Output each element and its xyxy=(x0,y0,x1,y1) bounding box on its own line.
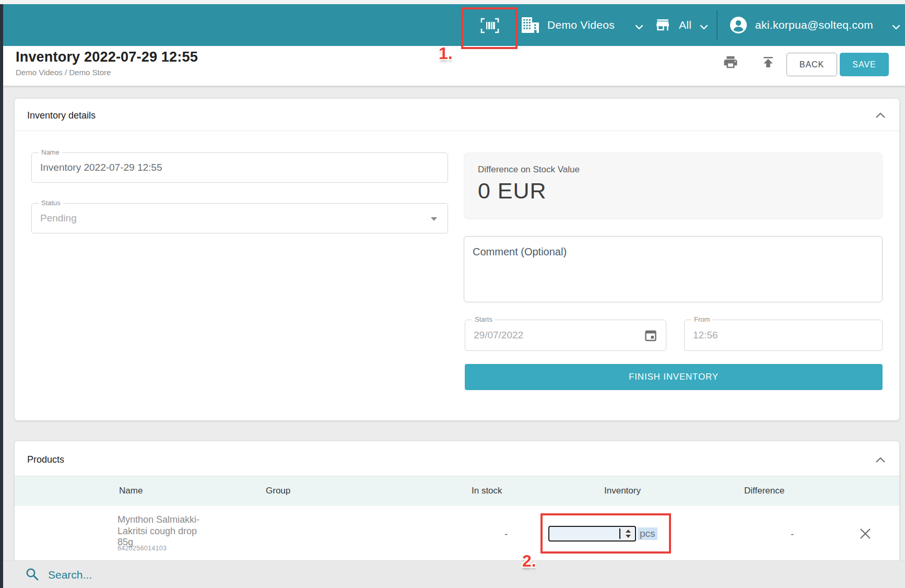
in-stock-value: - xyxy=(504,528,508,540)
starts-date-field[interactable]: Starts 29/07/2022 xyxy=(465,320,666,351)
window-left-strip xyxy=(0,4,3,588)
name-field-label: Name xyxy=(39,148,62,156)
product-search-bar xyxy=(3,560,905,588)
org-selector[interactable]: Demo Videos xyxy=(547,19,615,31)
stock-difference-label: Difference on Stock Value xyxy=(478,164,580,175)
app-screen: Demo Videos All aki.korpua@solteq.com xyxy=(0,0,905,588)
inventory-details-title: Inventory details xyxy=(27,110,96,121)
search-input[interactable] xyxy=(47,566,519,584)
comment-textarea[interactable] xyxy=(464,236,883,302)
inventory-details-card: Inventory details Name Status Pending Di… xyxy=(15,99,899,420)
building-icon[interactable] xyxy=(521,16,540,34)
window-top-strip xyxy=(0,0,905,4)
stock-difference-panel: Difference on Stock Value 0 EUR xyxy=(464,152,883,219)
name-input[interactable] xyxy=(32,153,448,182)
status-dropdown-caret-icon xyxy=(431,217,437,221)
from-time-field[interactable]: From 12:56 xyxy=(684,320,883,351)
remove-row-close-icon[interactable] xyxy=(859,527,872,540)
stepper-down-icon[interactable] xyxy=(626,535,631,538)
appbar-divider xyxy=(716,10,718,40)
breadcrumb: Demo Videos / Demo Store xyxy=(16,68,111,77)
column-header-in-stock: In stock xyxy=(472,486,502,496)
text-cursor xyxy=(619,528,620,539)
column-header-group: Group xyxy=(266,486,290,496)
starts-value: 29/07/2022 xyxy=(465,320,666,350)
status-field-label: Status xyxy=(39,199,63,207)
name-field[interactable]: Name xyxy=(31,152,448,183)
column-header-difference: Difference xyxy=(744,486,784,496)
stepper-up-icon[interactable] xyxy=(626,530,631,533)
upload-icon[interactable] xyxy=(760,54,776,70)
from-value: 12:56 xyxy=(685,320,882,350)
unit-label: pcs xyxy=(638,527,657,540)
collapse-chevron-up-icon[interactable] xyxy=(875,111,886,117)
back-button[interactable]: BACK xyxy=(786,53,837,76)
products-title: Products xyxy=(27,454,64,465)
section-divider xyxy=(15,131,899,131)
user-menu[interactable]: aki.korpua@solteq.com xyxy=(755,19,873,31)
search-icon xyxy=(25,567,40,582)
page-header: Inventory 2022-07-29 12:55 Demo Videos /… xyxy=(3,46,905,86)
product-name: Mynthon Salmiakki-Lakritsi cough drop 85… xyxy=(117,514,210,548)
page-title: Inventory 2022-07-29 12:55 xyxy=(16,49,198,65)
user-chevron-down-icon[interactable] xyxy=(892,22,900,28)
column-header-inventory: Inventory xyxy=(604,486,641,496)
quantity-stepper[interactable] xyxy=(622,527,633,540)
products-table-header: Name Group In stock Inventory Difference xyxy=(15,476,899,506)
products-card: Products Name Group In stock Inventory D… xyxy=(15,441,899,560)
difference-value: - xyxy=(791,528,794,540)
products-collapse-chevron-up-icon[interactable] xyxy=(875,456,886,462)
storefront-icon[interactable] xyxy=(654,18,671,33)
from-field-label: From xyxy=(691,315,712,323)
app-bar: Demo Videos All aki.korpua@solteq.com xyxy=(3,4,905,46)
account-circle-icon[interactable] xyxy=(730,17,747,33)
save-button[interactable]: SAVE xyxy=(840,53,889,76)
org-chevron-down-icon[interactable] xyxy=(635,22,643,28)
store-selector[interactable]: All xyxy=(679,19,691,31)
product-ean: 6420256014103 xyxy=(117,545,167,552)
stock-difference-value: 0 EUR xyxy=(478,178,547,204)
finish-inventory-button[interactable]: FINISH INVENTORY xyxy=(465,364,883,390)
column-header-name: Name xyxy=(119,486,143,496)
printer-icon[interactable] xyxy=(723,54,738,70)
status-field[interactable]: Status Pending xyxy=(31,203,448,233)
starts-field-label: Starts xyxy=(472,315,495,323)
calendar-icon[interactable] xyxy=(644,328,657,343)
status-value: Pending xyxy=(32,204,448,233)
store-chevron-down-icon[interactable] xyxy=(700,22,708,28)
barcode-scanner-icon[interactable] xyxy=(479,17,500,34)
